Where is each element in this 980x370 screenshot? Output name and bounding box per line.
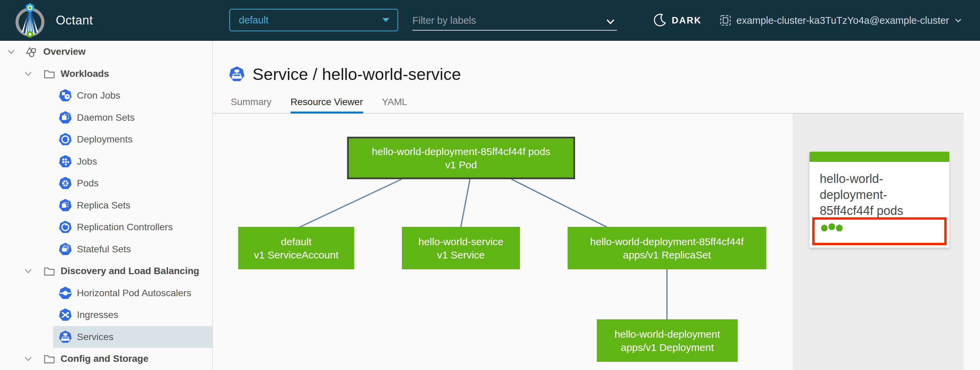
- sidebar-item-pods[interactable]: Pods: [0, 172, 212, 195]
- sidebar-nav: Overview Workloads Cron Jobs Daemon Sets: [0, 41, 213, 370]
- sidebar-item-label: Cron Jobs: [77, 90, 121, 101]
- graph-edge: [461, 179, 470, 227]
- moon-icon: [654, 14, 666, 27]
- sidebar-item-config-and-storage[interactable]: Config and Storage: [0, 348, 212, 370]
- tab-resource-viewer[interactable]: Resource Viewer: [291, 97, 363, 114]
- job-icon: [59, 155, 72, 168]
- label-filter-input[interactable]: Filter by labels: [412, 13, 617, 30]
- sidebar-item-label: Pods: [77, 178, 99, 189]
- sidebar-item-label: Ingresses: [77, 310, 118, 320]
- sidebar-item-discovery-and-load-balancing[interactable]: Discovery and Load Balancing: [0, 260, 212, 282]
- graph-node-replicaset[interactable]: hello-world-deployment-85ff4cf44f apps/v…: [568, 227, 766, 269]
- sidebar-item-replication-controllers[interactable]: Replication Controllers: [0, 216, 212, 238]
- graph-node-service[interactable]: hello-world-service v1 Service: [402, 227, 520, 269]
- replication-controller-icon: [59, 221, 72, 234]
- chevron-down-icon: [954, 16, 963, 25]
- node-name: default: [281, 235, 311, 248]
- sidebar-item-horizontal-pod-autoscalers[interactable]: Horizontal Pod Autoscalers: [0, 282, 212, 304]
- page-title-text: Service / hello-world-service: [253, 65, 461, 84]
- sidebar-item-daemon-sets[interactable]: Daemon Sets: [0, 107, 212, 129]
- dark-toggle-label: DARK: [672, 15, 702, 26]
- top-header-bar: Octant default Filter by labels DARK: [0, 0, 980, 41]
- ingress-icon: [59, 308, 72, 322]
- graph-node-deployment[interactable]: hello-world-deployment apps/v1 Deploymen…: [597, 319, 738, 362]
- chevron-down-icon[interactable]: [6, 47, 16, 57]
- node-name: hello-world-deployment-85ff4cf44f: [590, 235, 743, 248]
- node-kind: apps/v1 Deployment: [620, 341, 714, 354]
- sidebar-item-services[interactable]: Services: [0, 326, 212, 348]
- pod-status-dot: [836, 224, 843, 232]
- chevron-down-icon[interactable]: [23, 69, 33, 79]
- graph-edge: [299, 179, 401, 227]
- graph-edge: [511, 179, 608, 227]
- caret-down-icon: [382, 18, 389, 22]
- node-kind: apps/v1 ReplicaSet: [623, 248, 711, 262]
- folder-icon: [43, 67, 56, 80]
- label-filter-placeholder: Filter by labels: [412, 15, 476, 26]
- chevron-down-icon[interactable]: [23, 354, 33, 364]
- sidebar-item-label: Workloads: [60, 68, 109, 79]
- sidebar-item-deployments[interactable]: Deployments: [0, 129, 212, 151]
- pod-icon: [59, 176, 72, 190]
- namespace-dropdown[interactable]: default: [229, 9, 398, 31]
- sidebar-item-ingresses[interactable]: Ingresses: [0, 304, 212, 326]
- sidebar-item-stateful-sets[interactable]: Stateful Sets: [0, 238, 212, 260]
- service-icon: [59, 330, 72, 344]
- sidebar-item-label: Deployments: [77, 134, 132, 145]
- brand: Octant: [13, 2, 93, 39]
- node-kind: v1 ServiceAccount: [254, 248, 338, 262]
- sidebar-item-label: Overview: [43, 46, 86, 57]
- daemonset-icon: [59, 111, 72, 124]
- sidebar-item-overview[interactable]: Overview: [0, 41, 212, 63]
- cluster-context-selector[interactable]: example-cluster-ka3TuTzYo4a@example-clus…: [719, 0, 963, 41]
- page-title: Service / hello-world-service: [229, 65, 461, 84]
- octant-logo-icon: [13, 3, 47, 38]
- node-kind: v1 Service: [437, 248, 485, 262]
- graph-node-pod[interactable]: hello-world-deployment-85ff4cf44f pods v…: [347, 137, 575, 179]
- node-kind: v1 Pod: [445, 158, 477, 172]
- deployment-icon: [59, 133, 72, 146]
- graph-node-serviceaccount[interactable]: default v1 ServiceAccount: [238, 227, 354, 269]
- sidebar-item-replica-sets[interactable]: Replica Sets: [0, 195, 212, 217]
- namespace-dropdown-value: default: [230, 14, 269, 26]
- pod-status-box[interactable]: [812, 217, 947, 245]
- dark-theme-toggle[interactable]: DARK: [654, 0, 702, 41]
- sidebar-item-workloads[interactable]: Workloads: [0, 63, 212, 85]
- tab-yaml[interactable]: YAML: [382, 97, 407, 114]
- sidebar-item-label: Daemon Sets: [77, 112, 135, 123]
- app-title: Octant: [56, 13, 93, 27]
- folder-icon: [43, 352, 56, 365]
- pod-status-dot: [828, 223, 835, 230]
- sidebar-item-label: Services: [77, 332, 113, 343]
- service-resource-icon: [229, 66, 245, 82]
- tab-summary[interactable]: Summary: [231, 97, 272, 114]
- sidebar-item-label: Horizontal Pod Autoscalers: [77, 288, 191, 299]
- node-name: hello-world-service: [418, 235, 503, 248]
- card-title: hello-world-deployment-85ff4cf44f pods: [820, 171, 933, 219]
- tab-bar: Summary Resource Viewer YAML: [231, 97, 407, 114]
- folder-icon: [43, 265, 56, 278]
- statefulset-icon: [59, 243, 72, 256]
- node-name: hello-world-deployment-85ff4cf44f pods: [372, 145, 550, 158]
- replicaset-icon: [59, 198, 72, 212]
- hpa-icon: [59, 286, 72, 300]
- chevron-down-icon[interactable]: [23, 266, 33, 276]
- card-status-bar: [810, 152, 950, 162]
- objects-overview-icon: [25, 45, 38, 58]
- sidebar-item-jobs[interactable]: Jobs: [0, 151, 212, 173]
- sidebar-item-label: Replication Controllers: [77, 222, 173, 233]
- sidebar-item-label: Stateful Sets: [77, 244, 131, 255]
- sidebar-item-label: Config and Storage: [60, 353, 148, 364]
- sidebar-item-label: Jobs: [77, 156, 97, 167]
- chevron-down-icon[interactable]: [605, 16, 616, 27]
- node-detail-panel: hello-world-deployment-85ff4cf44f pods: [793, 114, 964, 370]
- cronjob-icon: [59, 89, 72, 102]
- pod-status-dot: [821, 224, 828, 232]
- sidebar-item-label: Discovery and Load Balancing: [60, 265, 199, 276]
- sidebar-item-cron-jobs[interactable]: Cron Jobs: [0, 85, 212, 107]
- cluster-icon: [719, 14, 732, 27]
- octant-app: Octant default Filter by labels DARK: [0, 0, 980, 370]
- cluster-context-value: example-cluster-ka3TuTzYo4a@example-clus…: [737, 15, 949, 26]
- node-name: hello-world-deployment: [614, 327, 720, 341]
- node-detail-card[interactable]: hello-world-deployment-85ff4cf44f pods: [810, 152, 950, 248]
